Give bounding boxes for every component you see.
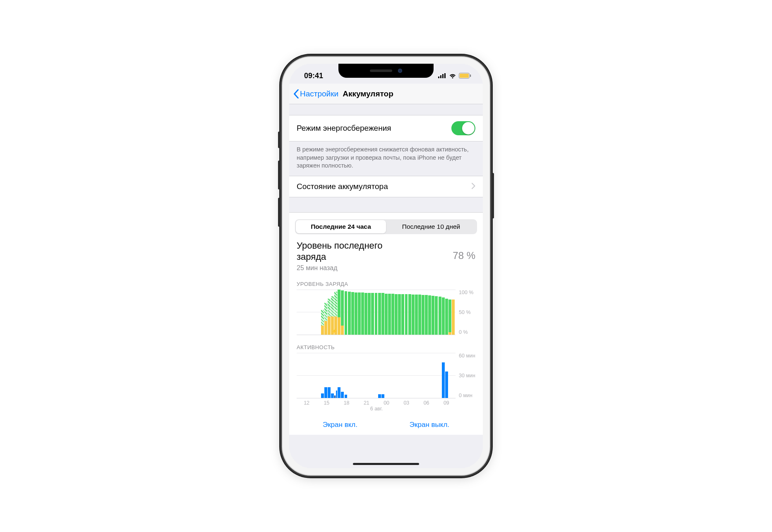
activity-bar [415, 353, 418, 398]
activity-y-labels: 60 мин 30 мин 0 мин [456, 353, 479, 398]
activity-bar [432, 353, 434, 398]
activity-bar [398, 353, 401, 398]
svg-rect-0 [438, 77, 439, 78]
activity-bar [422, 353, 424, 398]
last-charge-title-2: заряда [297, 251, 383, 263]
activity-bar [358, 353, 361, 398]
activity-bar [368, 353, 371, 398]
content[interactable]: Режим энергосбережения В режиме энергосб… [289, 104, 483, 468]
activity-bar [435, 353, 438, 398]
activity-bar [321, 353, 324, 398]
activity-bar [442, 353, 445, 398]
level-bar [435, 290, 438, 335]
activity-bar [385, 353, 388, 398]
activity-bar [371, 353, 374, 398]
activity-bar [395, 353, 398, 398]
seg-last-24h[interactable]: Последние 24 часа [296, 220, 386, 233]
activity-bar [324, 353, 327, 398]
level-bar [328, 290, 331, 335]
activity-bar [348, 353, 351, 398]
level-bar [408, 290, 411, 335]
activity-bar [401, 353, 404, 398]
level-bar [388, 290, 391, 335]
x-tick: 09 [436, 400, 456, 406]
level-bar [378, 290, 381, 335]
activity-bar [375, 353, 378, 398]
phone-frame: 09:41 Настройки [283, 57, 489, 475]
battery-icon [459, 73, 471, 79]
level-bar [405, 290, 408, 335]
legend-screen-on[interactable]: Экран вкл. [323, 421, 357, 429]
notch [338, 64, 434, 78]
cellular-icon [438, 73, 446, 78]
level-bar [401, 290, 404, 335]
level-y-labels: 100 % 50 % 0 % [456, 290, 479, 335]
activity-bar [448, 353, 451, 398]
activity-bar [391, 353, 394, 398]
level-bar [418, 290, 421, 335]
x-tick: 03 [396, 400, 416, 406]
last-charge-title-1: Уровень последнего [297, 240, 383, 252]
legend-screen-off[interactable]: Экран выкл. [410, 421, 449, 429]
svg-rect-1 [440, 75, 441, 78]
battery-level-chart[interactable]: ⚡ [297, 290, 456, 335]
low-power-mode-row[interactable]: Режим энергосбережения [289, 115, 483, 141]
seg-last-10d[interactable]: Последние 10 дней [386, 220, 476, 233]
level-bar [428, 290, 431, 335]
level-bar [395, 290, 398, 335]
level-bar [355, 290, 357, 335]
x-tick: 12 [297, 400, 316, 406]
x-tick: 06 [417, 400, 436, 406]
level-bar [371, 290, 374, 335]
activity-bar [361, 353, 364, 398]
activity-chart[interactable] [297, 353, 456, 398]
last-charge-value: 78 % [453, 250, 475, 261]
side-button [492, 173, 494, 218]
activity-bar [311, 353, 314, 398]
nav-bar: Настройки Аккумулятор [289, 84, 483, 104]
activity-bar [388, 353, 391, 398]
x-axis: 1215182100030609 [289, 398, 483, 406]
level-bar [439, 290, 441, 335]
activity-bar [381, 353, 384, 398]
level-bar [331, 290, 334, 335]
activity-bar [452, 353, 455, 398]
level-bar [358, 290, 361, 335]
level-bar [345, 290, 348, 335]
level-bar [311, 290, 314, 335]
level-bar [364, 290, 367, 335]
low-power-mode-note: В режиме энергосбережения снижается фоно… [289, 141, 483, 176]
activity-bar [351, 353, 354, 398]
page-title: Аккумулятор [343, 89, 393, 98]
level-bar [415, 290, 418, 335]
level-bar [448, 290, 451, 335]
activity-bar [304, 353, 307, 398]
activity-bar [439, 353, 441, 398]
last-charge-sub: 25 мин назад [297, 264, 383, 272]
activity-bar [331, 353, 334, 398]
activity-bar [412, 353, 415, 398]
low-power-mode-label: Режим энергосбережения [297, 124, 391, 133]
level-bar [442, 290, 445, 335]
svg-rect-5 [460, 74, 469, 78]
level-bar [314, 290, 317, 335]
home-indicator[interactable] [353, 463, 419, 465]
status-time: 09:41 [304, 72, 323, 80]
battery-health-row[interactable]: Состояние аккумулятора [289, 176, 483, 197]
low-power-mode-toggle[interactable] [451, 121, 475, 135]
level-bar [368, 290, 371, 335]
chevron-left-icon [293, 89, 299, 98]
level-bar [432, 290, 434, 335]
time-range-segmented: Последние 24 часа Последние 10 дней [295, 219, 477, 234]
level-bar [385, 290, 388, 335]
level-bar [422, 290, 424, 335]
battery-health-label: Состояние аккумулятора [297, 182, 388, 191]
level-bar [324, 290, 327, 335]
level-bar [338, 290, 340, 335]
back-label: Настройки [300, 89, 338, 98]
activity-legend: Экран вкл. Экран выкл. [289, 412, 483, 431]
activity-bar [425, 353, 428, 398]
last-charge-block: Уровень последнего заряда 25 мин назад 7… [289, 240, 483, 272]
back-button[interactable]: Настройки [293, 89, 338, 98]
svg-rect-2 [442, 74, 444, 78]
